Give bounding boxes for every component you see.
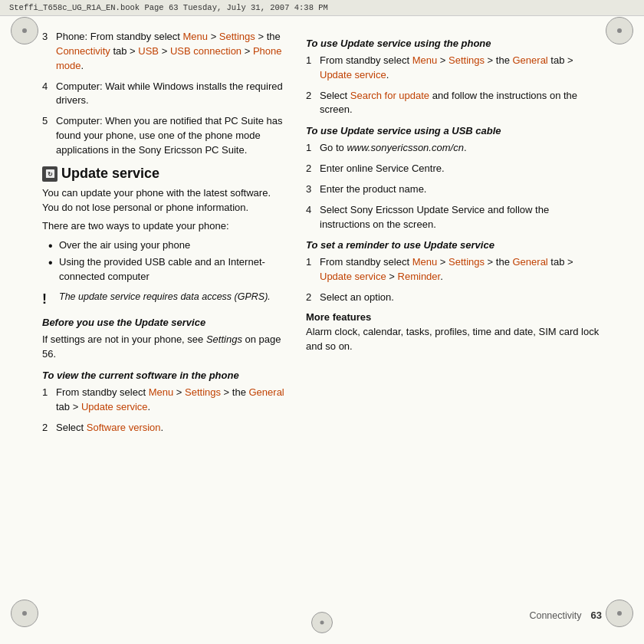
more-features-text: Alarm clock, calendar, tasks, profiles, … <box>306 325 602 354</box>
svg-text:↻: ↻ <box>48 170 53 178</box>
left-column: 3 Phone: From standby select Menu > Sett… <box>42 30 288 441</box>
list-item: 1 Go to www.sonyericsson.com/cn. <box>306 141 602 156</box>
list-item: 1 From standby select Menu > Settings > … <box>306 54 602 83</box>
item-number: 5 <box>42 114 56 129</box>
corner-mark-br <box>606 600 633 627</box>
before-heading: Before you use the Update service <box>42 317 288 330</box>
bullet-list: • Over the air using your phone • Using … <box>48 238 288 284</box>
item-number: 3 <box>306 182 320 197</box>
item-number: 3 <box>42 30 56 44</box>
item-number: 2 <box>306 162 320 176</box>
item-text: Select Sony Ericsson Update Service and … <box>320 203 602 232</box>
item-number: 1 <box>306 54 320 68</box>
footer-section: Connectivity <box>529 610 581 621</box>
update-icon-svg: ↻ <box>45 169 55 179</box>
item-text: Computer: When you are notified that PC … <box>56 114 288 158</box>
list-item: 2 Select Search for update and follow th… <box>306 89 602 118</box>
two-column-layout: 3 Phone: From standby select Menu > Sett… <box>42 30 602 441</box>
section-heading: ↻ Update service <box>42 166 288 182</box>
item-text: Computer: Wait while Windows installs th… <box>56 80 288 109</box>
list-item: 2 Enter online Service Centre. <box>306 162 602 176</box>
bullet-text: Over the air using your phone <box>59 238 190 253</box>
warning-icon: ! <box>42 290 56 309</box>
corner-mark-tl <box>11 17 38 44</box>
item-text: From standby select Menu > Settings > th… <box>320 54 602 83</box>
item-number: 2 <box>306 291 320 305</box>
bullet-item: • Using the provided USB cable and an In… <box>48 255 288 284</box>
note-box: ! The update service requires data acces… <box>42 291 288 309</box>
item-number: 4 <box>306 203 320 218</box>
item-text: Select Search for update and follow the … <box>320 89 602 118</box>
header-bar: Steffi_T658c_UG_R1A_EN.book Page 63 Tues… <box>0 0 644 16</box>
list-item: 3 Phone: From standby select Menu > Sett… <box>42 30 288 74</box>
item-number: 1 <box>306 141 320 156</box>
list-item: 5 Computer: When you are notified that P… <box>42 114 288 158</box>
view-heading: To view the current software in the phon… <box>42 370 288 383</box>
ways-text: There are two ways to update your phone: <box>42 219 288 234</box>
main-content: 3 Phone: From standby select Menu > Sett… <box>42 24 602 441</box>
item-number: 1 <box>42 386 56 400</box>
item-number: 2 <box>306 89 320 104</box>
corner-mark-tr <box>606 17 633 44</box>
before-text: If settings are not in your phone, see S… <box>42 333 288 362</box>
item-text: Select an option. <box>320 291 394 305</box>
list-item: 1 From standby select Menu > Settings > … <box>306 255 602 284</box>
bullet-text: Using the provided USB cable and an Inte… <box>59 255 288 284</box>
header-text: Steffi_T658c_UG_R1A_EN.book Page 63 Tues… <box>9 3 328 12</box>
right-column: To use Update service using the phone 1 … <box>306 30 602 441</box>
item-number: 2 <box>42 421 56 435</box>
list-item: 2 Select Software version. <box>42 421 288 435</box>
more-features-heading: More features <box>306 311 602 323</box>
list-item: 3 Enter the product name. <box>306 182 602 197</box>
item-text: Enter the product name. <box>320 182 426 197</box>
item-text: Phone: From standby select Menu > Settin… <box>56 30 288 74</box>
bullet-dot: • <box>48 238 59 253</box>
item-text: Enter online Service Centre. <box>320 162 445 176</box>
intro-text: You can update your phone with the lates… <box>42 186 288 215</box>
update-icon: ↻ <box>42 166 58 182</box>
footer-page-number: 63 <box>591 610 602 621</box>
phone-heading: To use Update service using the phone <box>306 38 602 51</box>
item-text: From standby select Menu > Settings > th… <box>320 255 602 284</box>
bullet-item: • Over the air using your phone <box>48 238 288 253</box>
corner-mark-bl <box>11 600 38 627</box>
section-title: Update service <box>61 166 159 182</box>
reminder-heading: To set a reminder to use Update service <box>306 239 602 252</box>
list-item: 2 Select an option. <box>306 291 602 305</box>
note-text: The update service requires data access … <box>59 291 271 304</box>
bullet-dot: • <box>48 255 59 270</box>
item-text: Go to www.sonyericsson.com/cn. <box>320 141 467 156</box>
item-number: 1 <box>306 255 320 270</box>
item-number: 4 <box>42 80 56 94</box>
list-item: 4 Computer: Wait while Windows installs … <box>42 80 288 109</box>
footer: Connectivity 63 <box>529 610 602 621</box>
list-item: 4 Select Sony Ericsson Update Service an… <box>306 203 602 232</box>
usb-heading: To use Update service using a USB cable <box>306 125 602 138</box>
list-item: 1 From standby select Menu > Settings > … <box>42 386 288 415</box>
bottom-center-mark <box>311 612 333 633</box>
page: Steffi_T658c_UG_R1A_EN.book Page 63 Tues… <box>0 0 644 644</box>
item-text: Select Software version. <box>56 421 163 435</box>
item-text: From standby select Menu > Settings > th… <box>56 386 288 415</box>
